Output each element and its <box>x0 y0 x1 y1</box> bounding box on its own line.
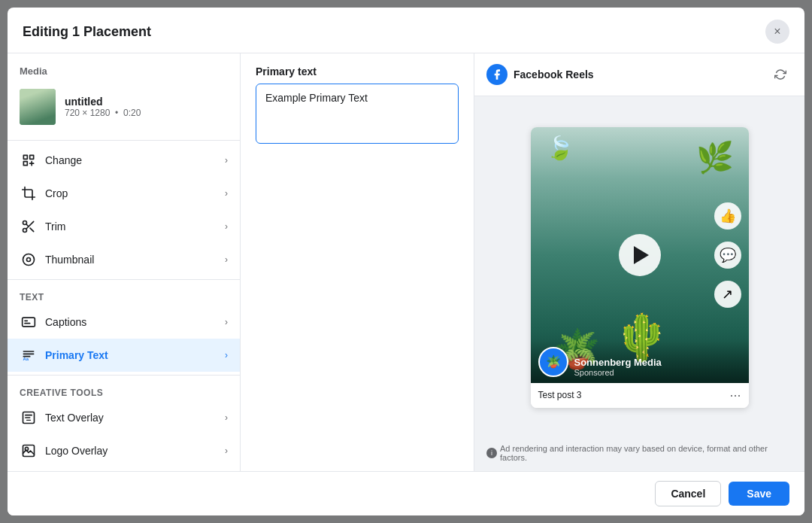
media-card: untitled 720 × 1280 • 0:20 <box>8 83 240 137</box>
change-icon <box>20 151 38 169</box>
text-section-title: Text <box>8 283 240 306</box>
post-footer: Test post 3 ··· <box>531 383 749 408</box>
preview-footer: i Ad rendering and interaction may vary … <box>474 438 804 471</box>
divider-2 <box>8 279 240 280</box>
menu-item-captions[interactable]: Captions › <box>8 306 240 339</box>
logo-overlay-label: Logo Overlay <box>45 445 108 457</box>
menu-item-change[interactable]: Change › <box>8 144 240 177</box>
save-button[interactable]: Save <box>729 482 789 506</box>
plant-4: 🍃 <box>546 135 574 161</box>
svg-text:Aa: Aa <box>23 357 29 361</box>
text-overlay-icon <box>20 409 38 427</box>
thumbnail-icon <box>20 251 38 269</box>
captions-label: Captions <box>45 316 86 328</box>
play-button[interactable] <box>619 234 661 276</box>
change-label: Change <box>45 154 82 166</box>
modal-title: Editing 1 Placement <box>23 24 151 40</box>
cancel-button[interactable]: Cancel <box>655 481 721 506</box>
menu-item-primary-text[interactable]: Aa Primary Text › <box>8 339 240 372</box>
modal-overlay: Editing 1 Placement × Media untitled 720… <box>0 0 812 523</box>
creative-section-title: Creative tools <box>8 379 240 401</box>
comment-button[interactable]: 💬 <box>714 242 741 269</box>
preview-header: Facebook Reels <box>474 53 804 96</box>
crop-chevron: › <box>225 188 228 199</box>
left-panel: Media untitled 720 × 1280 • 0:20 <box>8 53 241 471</box>
primary-text-input[interactable]: Example Primary Text <box>256 84 459 144</box>
menu-item-text-overlay[interactable]: Text Overlay › <box>8 401 240 434</box>
primary-text-label-menu: Primary Text <box>45 349 108 361</box>
right-panel: Facebook Reels <box>474 53 804 471</box>
media-name: untitled <box>65 96 141 108</box>
menu-item-trim[interactable]: Trim › <box>8 210 240 243</box>
captions-icon <box>20 313 38 331</box>
thumbnail-chevron: › <box>225 254 228 265</box>
post-caption: Test post 3 <box>538 390 730 400</box>
phone-preview: 🪴 🌵 🌿 🍃 👍 <box>531 127 749 408</box>
media-info: untitled 720 × 1280 • 0:20 <box>65 96 141 118</box>
info-icon: i <box>486 448 497 458</box>
overlay-banner: 🪴 Sonnenberg Media Sponsored <box>531 341 749 383</box>
plant-3: 🌿 <box>696 142 734 172</box>
post-image: 🪴 🌵 🌿 🍃 👍 <box>531 127 749 383</box>
post-more-button[interactable]: ··· <box>729 388 741 403</box>
like-button[interactable]: 👍 <box>714 202 741 230</box>
svg-rect-4 <box>23 318 35 327</box>
crop-icon <box>20 184 38 202</box>
divider-1 <box>8 140 240 141</box>
middle-panel: Primary text Example Primary Text <box>241 53 474 471</box>
logo-overlay-icon <box>20 442 38 460</box>
editing-placement-modal: Editing 1 Placement × Media untitled 720… <box>8 8 804 515</box>
trim-label: Trim <box>45 220 65 233</box>
share-button[interactable]: ↗ <box>714 281 741 308</box>
reaction-icons: 👍 💬 ↗ <box>714 202 741 308</box>
crop-label: Crop <box>45 187 68 199</box>
primary-text-field-label: Primary text <box>256 65 459 78</box>
menu-item-crop[interactable]: Crop › <box>8 177 240 210</box>
preview-content: 🪴 🌵 🌿 🍃 👍 <box>474 96 804 438</box>
svg-point-2 <box>23 254 35 266</box>
media-dimensions: 720 × 1280 • 0:20 <box>65 108 141 118</box>
overlay-brand-name: Sonnenberg Media <box>574 357 741 368</box>
svg-point-3 <box>27 258 31 262</box>
primary-text-chevron: › <box>225 350 228 360</box>
media-thumbnail <box>20 89 56 125</box>
change-chevron: › <box>225 155 228 166</box>
media-section-title: Media <box>8 65 240 83</box>
trim-icon <box>20 217 38 236</box>
primary-text-icon: Aa <box>20 346 38 364</box>
thumbnail-label: Thumbnail <box>45 254 94 266</box>
modal-footer: Cancel Save <box>8 471 804 515</box>
captions-chevron: › <box>225 317 228 327</box>
text-overlay-chevron: › <box>225 412 228 423</box>
close-button[interactable]: × <box>765 20 789 44</box>
play-icon <box>634 246 649 264</box>
brand-logo: 🪴 <box>538 347 568 377</box>
facebook-icon <box>486 64 508 85</box>
modal-header: Editing 1 Placement × <box>8 8 804 53</box>
text-overlay-label: Text Overlay <box>45 412 104 424</box>
overlay-text-block: Sonnenberg Media Sponsored <box>574 357 741 377</box>
logo-overlay-chevron: › <box>225 445 228 456</box>
modal-body: Media untitled 720 × 1280 • 0:20 <box>8 53 804 471</box>
overlay-sponsored: Sponsored <box>574 368 741 377</box>
menu-item-thumbnail[interactable]: Thumbnail › <box>8 243 240 276</box>
preview-disclaimer: i Ad rendering and interaction may vary … <box>486 444 792 462</box>
platform-name: Facebook Reels <box>514 68 594 81</box>
divider-3 <box>8 375 240 376</box>
trim-chevron: › <box>225 221 228 232</box>
refresh-button[interactable] <box>768 62 792 87</box>
preview-platform: Facebook Reels <box>486 64 594 85</box>
menu-item-logo-overlay[interactable]: Logo Overlay › <box>8 434 240 467</box>
